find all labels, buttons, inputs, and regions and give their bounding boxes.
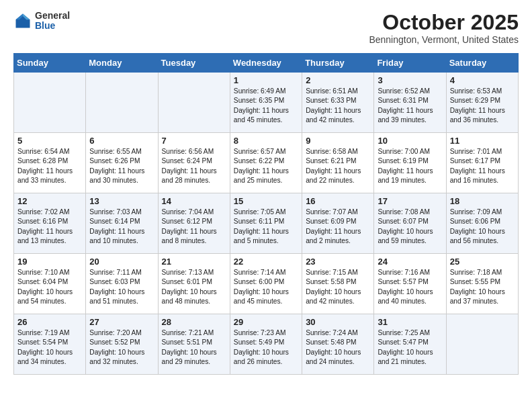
week-row-4: 19Sunrise: 7:10 AM Sunset: 6:04 PM Dayli… <box>14 254 519 314</box>
day-info: Sunrise: 7:11 AM Sunset: 6:03 PM Dayligh… <box>89 268 154 306</box>
logo-text: General Blue <box>35 11 70 32</box>
day-info: Sunrise: 7:07 AM Sunset: 6:09 PM Dayligh… <box>306 208 370 246</box>
calendar-cell: 12Sunrise: 7:02 AM Sunset: 6:16 PM Dayli… <box>14 193 86 254</box>
calendar-cell: 17Sunrise: 7:08 AM Sunset: 6:07 PM Dayli… <box>374 193 446 254</box>
day-info: Sunrise: 7:25 AM Sunset: 5:47 PM Dayligh… <box>378 328 442 367</box>
day-info: Sunrise: 6:57 AM Sunset: 6:22 PM Dayligh… <box>234 147 298 185</box>
day-number: 29 <box>234 317 298 327</box>
weekday-header-friday: Friday <box>374 54 446 73</box>
day-number: 3 <box>378 75 442 85</box>
calendar-cell: 31Sunrise: 7:25 AM Sunset: 5:47 PM Dayli… <box>374 314 446 375</box>
calendar-cell: 23Sunrise: 7:15 AM Sunset: 5:58 PM Dayli… <box>302 254 374 314</box>
day-info: Sunrise: 7:24 AM Sunset: 5:48 PM Dayligh… <box>306 328 370 367</box>
calendar-cell: 19Sunrise: 7:10 AM Sunset: 6:04 PM Dayli… <box>14 254 86 314</box>
calendar-cell: 30Sunrise: 7:24 AM Sunset: 5:48 PM Dayli… <box>302 314 374 375</box>
day-number: 30 <box>306 317 370 327</box>
page-header: General Blue October 2025 Bennington, Ve… <box>13 11 519 45</box>
week-row-5: 26Sunrise: 7:19 AM Sunset: 5:54 PM Dayli… <box>14 314 519 375</box>
calendar-cell: 28Sunrise: 7:21 AM Sunset: 5:51 PM Dayli… <box>158 314 230 375</box>
day-number: 14 <box>162 196 226 206</box>
day-info: Sunrise: 7:18 AM Sunset: 5:55 PM Dayligh… <box>450 268 515 306</box>
day-number: 18 <box>450 196 515 206</box>
day-number: 16 <box>306 196 370 206</box>
calendar-cell: 18Sunrise: 7:09 AM Sunset: 6:06 PM Dayli… <box>446 193 518 254</box>
week-row-1: 1Sunrise: 6:49 AM Sunset: 6:35 PM Daylig… <box>14 73 519 133</box>
weekday-header-thursday: Thursday <box>302 54 374 73</box>
calendar-cell: 16Sunrise: 7:07 AM Sunset: 6:09 PM Dayli… <box>302 193 374 254</box>
calendar-cell: 9Sunrise: 6:58 AM Sunset: 6:21 PM Daylig… <box>302 133 374 193</box>
day-info: Sunrise: 6:58 AM Sunset: 6:21 PM Dayligh… <box>306 147 370 185</box>
calendar-cell: 27Sunrise: 7:20 AM Sunset: 5:52 PM Dayli… <box>86 314 158 375</box>
weekday-header-monday: Monday <box>86 54 158 73</box>
calendar-cell <box>446 314 518 375</box>
day-number: 6 <box>89 136 154 146</box>
title-block: October 2025 Bennington, Vermont, United… <box>369 11 519 45</box>
day-number: 9 <box>306 136 370 146</box>
day-number: 8 <box>234 136 298 146</box>
day-number: 2 <box>306 75 370 85</box>
calendar-cell: 6Sunrise: 6:55 AM Sunset: 6:26 PM Daylig… <box>86 133 158 193</box>
calendar-cell: 5Sunrise: 6:54 AM Sunset: 6:28 PM Daylig… <box>14 133 86 193</box>
day-info: Sunrise: 6:56 AM Sunset: 6:24 PM Dayligh… <box>162 147 226 185</box>
day-info: Sunrise: 7:13 AM Sunset: 6:01 PM Dayligh… <box>162 268 226 306</box>
day-number: 23 <box>306 257 370 267</box>
logo: General Blue <box>13 11 70 32</box>
calendar-cell: 11Sunrise: 7:01 AM Sunset: 6:17 PM Dayli… <box>446 133 518 193</box>
day-info: Sunrise: 7:04 AM Sunset: 6:12 PM Dayligh… <box>162 208 226 246</box>
day-info: Sunrise: 7:00 AM Sunset: 6:19 PM Dayligh… <box>378 147 442 185</box>
day-number: 31 <box>378 317 442 327</box>
day-number: 1 <box>234 75 298 85</box>
day-info: Sunrise: 7:05 AM Sunset: 6:11 PM Dayligh… <box>234 208 298 246</box>
calendar-cell: 1Sunrise: 6:49 AM Sunset: 6:35 PM Daylig… <box>230 73 302 133</box>
day-info: Sunrise: 6:52 AM Sunset: 6:31 PM Dayligh… <box>378 87 442 125</box>
day-info: Sunrise: 7:01 AM Sunset: 6:17 PM Dayligh… <box>450 147 515 185</box>
logo-icon <box>13 11 32 30</box>
day-number: 20 <box>89 257 154 267</box>
weekday-header-row: SundayMondayTuesdayWednesdayThursdayFrid… <box>14 54 519 73</box>
day-info: Sunrise: 7:23 AM Sunset: 5:49 PM Dayligh… <box>234 328 298 367</box>
day-info: Sunrise: 7:19 AM Sunset: 5:54 PM Dayligh… <box>17 328 82 367</box>
calendar-cell: 29Sunrise: 7:23 AM Sunset: 5:49 PM Dayli… <box>230 314 302 375</box>
day-info: Sunrise: 6:49 AM Sunset: 6:35 PM Dayligh… <box>234 87 298 125</box>
day-number: 13 <box>89 196 154 206</box>
day-number: 19 <box>17 257 82 267</box>
day-info: Sunrise: 7:15 AM Sunset: 5:58 PM Dayligh… <box>306 268 370 306</box>
day-info: Sunrise: 7:08 AM Sunset: 6:07 PM Dayligh… <box>378 208 442 246</box>
day-number: 15 <box>234 196 298 206</box>
calendar-cell: 26Sunrise: 7:19 AM Sunset: 5:54 PM Dayli… <box>14 314 86 375</box>
calendar-table: SundayMondayTuesdayWednesdayThursdayFrid… <box>13 53 519 375</box>
calendar-cell: 3Sunrise: 6:52 AM Sunset: 6:31 PM Daylig… <box>374 73 446 133</box>
weekday-header-wednesday: Wednesday <box>230 54 302 73</box>
day-number: 12 <box>17 196 82 206</box>
calendar-body: 1Sunrise: 6:49 AM Sunset: 6:35 PM Daylig… <box>14 73 519 375</box>
day-info: Sunrise: 7:21 AM Sunset: 5:51 PM Dayligh… <box>162 328 226 367</box>
weekday-header-saturday: Saturday <box>446 54 518 73</box>
calendar-cell <box>158 73 230 133</box>
day-info: Sunrise: 7:20 AM Sunset: 5:52 PM Dayligh… <box>89 328 154 367</box>
day-number: 11 <box>450 136 515 146</box>
calendar-cell: 4Sunrise: 6:53 AM Sunset: 6:29 PM Daylig… <box>446 73 518 133</box>
day-number: 17 <box>378 196 442 206</box>
calendar-cell: 14Sunrise: 7:04 AM Sunset: 6:12 PM Dayli… <box>158 193 230 254</box>
day-info: Sunrise: 6:55 AM Sunset: 6:26 PM Dayligh… <box>89 147 154 185</box>
day-number: 27 <box>89 317 154 327</box>
week-row-2: 5Sunrise: 6:54 AM Sunset: 6:28 PM Daylig… <box>14 133 519 193</box>
day-info: Sunrise: 7:14 AM Sunset: 6:00 PM Dayligh… <box>234 268 298 306</box>
calendar-cell: 25Sunrise: 7:18 AM Sunset: 5:55 PM Dayli… <box>446 254 518 314</box>
day-number: 4 <box>450 75 515 85</box>
month-title: October 2025 <box>369 11 519 34</box>
calendar-cell: 13Sunrise: 7:03 AM Sunset: 6:14 PM Dayli… <box>86 193 158 254</box>
day-number: 21 <box>162 257 226 267</box>
day-info: Sunrise: 6:51 AM Sunset: 6:33 PM Dayligh… <box>306 87 370 125</box>
day-number: 22 <box>234 257 298 267</box>
calendar-header: SundayMondayTuesdayWednesdayThursdayFrid… <box>14 54 519 73</box>
calendar-cell <box>86 73 158 133</box>
weekday-header-sunday: Sunday <box>14 54 86 73</box>
calendar-cell: 22Sunrise: 7:14 AM Sunset: 6:00 PM Dayli… <box>230 254 302 314</box>
calendar-cell: 7Sunrise: 6:56 AM Sunset: 6:24 PM Daylig… <box>158 133 230 193</box>
calendar-cell: 20Sunrise: 7:11 AM Sunset: 6:03 PM Dayli… <box>86 254 158 314</box>
day-info: Sunrise: 6:53 AM Sunset: 6:29 PM Dayligh… <box>450 87 515 125</box>
calendar-cell: 8Sunrise: 6:57 AM Sunset: 6:22 PM Daylig… <box>230 133 302 193</box>
day-number: 28 <box>162 317 226 327</box>
calendar-cell: 24Sunrise: 7:16 AM Sunset: 5:57 PM Dayli… <box>374 254 446 314</box>
